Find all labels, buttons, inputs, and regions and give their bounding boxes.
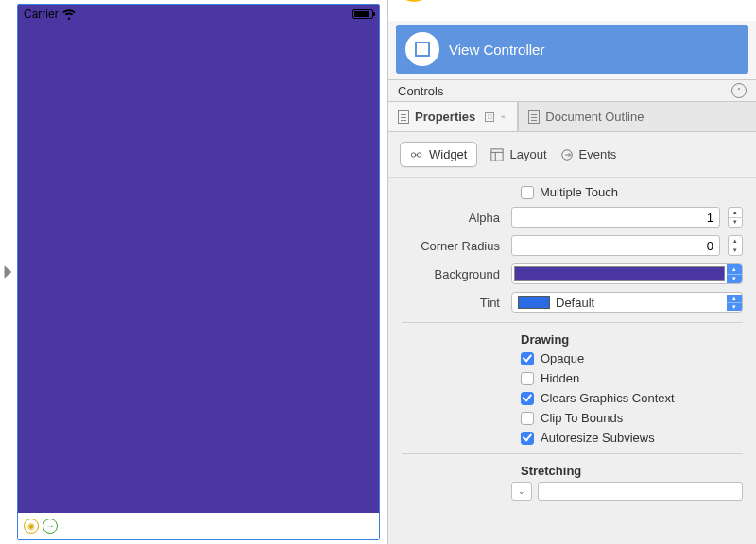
properties-body: Multiple Touch Alpha ▴▾ Corner Radius ▴▾…	[388, 178, 756, 544]
property-subtabs: Widget Layout Events	[388, 132, 756, 178]
inspector-panel: View Controller Controls ˄ Properties □ …	[387, 0, 756, 544]
controls-section-header[interactable]: Controls ˄	[388, 79, 756, 102]
tint-value-label: Default	[556, 296, 727, 310]
corner-radius-label: Corner Radius	[402, 239, 506, 253]
autoresize-label: Autoresize Subviews	[541, 431, 655, 445]
multiple-touch-checkbox[interactable]	[521, 186, 534, 199]
hierarchy-selected-item[interactable]: View Controller	[396, 25, 748, 74]
background-color-picker[interactable]: ▴▾	[511, 264, 743, 284]
device-view-body[interactable]	[18, 24, 379, 513]
subtab-layout[interactable]: Layout	[490, 147, 546, 162]
alpha-field[interactable]	[511, 207, 720, 228]
stretching-x-field[interactable]	[538, 482, 743, 501]
autoresize-checkbox[interactable]	[521, 432, 534, 445]
subtab-events-label: Events	[579, 147, 617, 162]
opaque-checkbox[interactable]	[521, 352, 534, 366]
separator	[402, 453, 743, 454]
tint-swatch	[518, 296, 550, 309]
subtab-widget-label: Widget	[429, 147, 467, 162]
corner-radius-stepper[interactable]: ▴▾	[728, 235, 743, 256]
clears-graphics-label: Clears Graphics Context	[541, 391, 675, 405]
widget-icon	[410, 148, 423, 162]
svg-point-0	[411, 152, 415, 156]
hidden-label: Hidden	[541, 371, 579, 385]
subtab-events[interactable]: Events	[560, 147, 617, 162]
parent-node-icon[interactable]	[396, 0, 432, 2]
design-canvas: Carrier ◉ →	[0, 0, 387, 544]
device-footer: ◉ →	[18, 513, 379, 539]
first-responder-icon[interactable]: ◉	[24, 518, 39, 534]
alpha-label: Alpha	[402, 211, 506, 225]
color-dropdown-icon[interactable]: ▴▾	[727, 264, 742, 283]
battery-icon	[352, 9, 373, 19]
clears-graphics-checkbox[interactable]	[521, 392, 534, 405]
tint-label: Tint	[402, 296, 506, 310]
corner-radius-field[interactable]	[511, 235, 720, 256]
properties-icon	[398, 110, 409, 124]
wifi-icon	[62, 8, 76, 21]
hidden-checkbox[interactable]	[521, 372, 534, 385]
subtab-layout-label: Layout	[509, 147, 546, 162]
layout-icon	[490, 148, 504, 162]
tab-document-outline[interactable]: Document Outline	[518, 102, 653, 131]
tab-properties[interactable]: Properties □ ×	[388, 102, 518, 131]
tab-outline-label: Document Outline	[545, 110, 644, 124]
document-outline-icon	[528, 110, 540, 124]
chevron-up-icon[interactable]: ˄	[731, 83, 747, 98]
multiple-touch-label: Multiple Touch	[540, 185, 618, 199]
tab-close-icon[interactable]: ×	[498, 112, 507, 122]
separator	[402, 322, 743, 323]
svg-rect-3	[491, 148, 503, 160]
opaque-label: Opaque	[541, 351, 584, 366]
events-icon	[560, 148, 574, 162]
exit-icon[interactable]: →	[43, 518, 58, 534]
view-controller-icon	[405, 32, 439, 66]
tab-properties-label: Properties	[415, 110, 475, 124]
tint-color-picker[interactable]: Default ▴▾	[511, 292, 743, 313]
svg-point-1	[417, 152, 421, 156]
subtab-widget[interactable]: Widget	[400, 142, 477, 167]
statusbar-carrier-label: Carrier	[24, 8, 59, 21]
background-label: Background	[402, 267, 506, 281]
background-swatch	[514, 266, 725, 281]
tab-detach-icon[interactable]: □	[485, 112, 494, 122]
panel-tabs: Properties □ × Document Outline	[388, 102, 756, 132]
tint-dropdown-icon[interactable]: ▴▾	[727, 295, 742, 311]
stretching-group-header: Stretching	[388, 460, 756, 480]
clip-to-bounds-label: Clip To Bounds	[541, 411, 623, 425]
hierarchy-cutoff	[388, 0, 756, 21]
clip-to-bounds-checkbox[interactable]	[521, 412, 534, 425]
controls-header-label: Controls	[398, 84, 443, 98]
expand-arrow-icon[interactable]	[0, 0, 17, 544]
stretching-dropdown[interactable]: ⌄	[511, 482, 532, 501]
drawing-group-header: Drawing	[388, 329, 756, 348]
device-statusbar: Carrier	[18, 5, 379, 24]
hierarchy-item-title: View Controller	[449, 42, 544, 58]
device-preview[interactable]: Carrier ◉ →	[17, 4, 380, 540]
alpha-stepper[interactable]: ▴▾	[728, 207, 743, 228]
